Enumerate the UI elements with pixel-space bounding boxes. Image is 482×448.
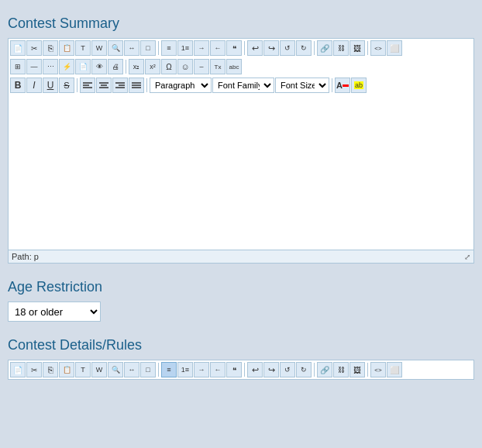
align-center-button[interactable]	[96, 78, 112, 93]
d-paste-text-button[interactable]: T	[75, 362, 91, 377]
redo-button[interactable]: ↪	[263, 40, 279, 56]
age-restriction-section: Age Restriction No Restriction 13 or old…	[8, 279, 474, 322]
blockquote-button[interactable]: ❝	[226, 40, 242, 56]
font-family-select[interactable]: Font Family Arial Times New Roman Courie…	[212, 78, 274, 93]
find-button[interactable]: 🔍	[108, 40, 123, 56]
d-ordered-list-button[interactable]: 1≡	[177, 362, 193, 377]
d-undo2-button[interactable]: ↺	[280, 362, 295, 377]
strikethrough-button[interactable]: S	[59, 78, 74, 93]
d-maximize-button[interactable]: ⬜	[387, 362, 402, 377]
d-toolbar-sep-1	[158, 363, 159, 377]
source-button[interactable]: <>	[370, 40, 386, 56]
age-restriction-title: Age Restriction	[8, 279, 474, 295]
contest-summary-title: Contest Summary	[8, 16, 474, 32]
d-replace-button[interactable]: ↔	[124, 362, 139, 377]
spellcheck-button[interactable]: abc	[226, 59, 242, 74]
contest-summary-editor: 📄 ✂ ⎘ 📋 T W 🔍 ↔ □ ≡ 1≡ → ← ❝ ↩ ↪ ↺ ↻ 🔗 ⛓…	[8, 38, 474, 264]
copy-button[interactable]: ⎘	[43, 40, 58, 56]
ordered-list-button[interactable]: 1≡	[177, 40, 193, 56]
link-button[interactable]: 🔗	[317, 40, 332, 56]
d-source-button[interactable]: <>	[370, 362, 386, 377]
cut-button[interactable]: ✂	[26, 40, 42, 56]
highlight-button[interactable]: ab	[351, 78, 367, 93]
removeformat-button[interactable]: Tx	[210, 59, 226, 74]
d-new-button[interactable]: 📄	[10, 362, 26, 377]
smiley-button[interactable]: ☺	[177, 59, 193, 74]
sub-button[interactable]: x₂	[129, 59, 144, 74]
font-size-select[interactable]: Font Size 8pt 10pt 12pt 14pt	[275, 78, 329, 93]
d-indent-button[interactable]: →	[194, 362, 209, 377]
d-image-button[interactable]: 🖼	[349, 362, 365, 377]
toolbar-sep-2	[244, 41, 245, 55]
hline-button[interactable]: —	[26, 59, 42, 74]
align-justify-button[interactable]	[129, 78, 144, 93]
d-blockquote-button[interactable]: ❝	[226, 362, 242, 377]
editor-footer: Path: p ⤢	[9, 250, 473, 263]
toolbar-sep-1	[158, 41, 159, 55]
undo-button[interactable]: ↩	[247, 40, 263, 56]
paste-button[interactable]: 📋	[59, 40, 74, 56]
select-all-button[interactable]: □	[140, 40, 156, 56]
d-outdent-button[interactable]: ←	[210, 362, 226, 377]
toolbar-row-3: B I U S Paragraph Heading 1 Heading 2	[9, 76, 473, 95]
replace-button[interactable]: ↔	[124, 40, 139, 56]
d-select-all-button[interactable]: □	[140, 362, 156, 377]
underline-button[interactable]: U	[43, 78, 58, 93]
d-unordered-list-button[interactable]: ≡	[161, 362, 177, 377]
image-button[interactable]: 🖼	[349, 40, 365, 56]
template-button[interactable]: 📄	[75, 59, 91, 74]
font-color-button[interactable]: A	[335, 78, 350, 93]
toolbar-row-1: 📄 ✂ ⎘ 📋 T W 🔍 ↔ □ ≡ 1≡ → ← ❝ ↩ ↪ ↺ ↻ 🔗 ⛓…	[9, 39, 473, 57]
align-right-button[interactable]	[112, 78, 128, 93]
d-link-button[interactable]: 🔗	[317, 362, 332, 377]
italic-button[interactable]: I	[26, 78, 42, 93]
d-redo2-button[interactable]: ↻	[296, 362, 312, 377]
editor-content-area[interactable]	[9, 95, 473, 250]
editor-path: Path: p	[12, 252, 39, 261]
resize-handle[interactable]: ⤢	[464, 253, 470, 261]
d-cut-button[interactable]: ✂	[26, 362, 42, 377]
toolbar-sep-5	[126, 60, 126, 74]
d-toolbar-sep-2	[244, 363, 245, 377]
contest-summary-section: Contest Summary 📄 ✂ ⎘ 📋 T W 🔍 ↔ □ ≡ 1≡ →…	[8, 16, 474, 264]
toolbar-sep-6	[77, 78, 77, 92]
paragraph-select[interactable]: Paragraph Heading 1 Heading 2 Heading 3	[150, 78, 212, 93]
outdent-button[interactable]: ←	[210, 40, 226, 56]
age-restriction-select[interactable]: No Restriction 13 or older 18 or older 2…	[8, 302, 101, 322]
unlink-button[interactable]: ⛓	[333, 40, 349, 56]
contest-details-title: Contest Details/Rules	[8, 337, 474, 353]
d-find-button[interactable]: 🔍	[108, 362, 123, 377]
sup-button[interactable]: x²	[145, 59, 160, 74]
d-paste-button[interactable]: 📋	[59, 362, 74, 377]
hr2-button[interactable]: –	[194, 59, 209, 74]
align-left-button[interactable]	[80, 78, 95, 93]
d-copy-button[interactable]: ⎘	[43, 362, 58, 377]
age-select-container: No Restriction 13 or older 18 or older 2…	[8, 302, 474, 322]
bold-button[interactable]: B	[10, 78, 26, 93]
unordered-list-button[interactable]: ≡	[161, 40, 177, 56]
preview-button[interactable]: 👁	[91, 59, 107, 74]
details-toolbar-row-1: 📄 ✂ ⎘ 📋 T W 🔍 ↔ □ ≡ 1≡ → ← ❝ ↩ ↪ ↺ ↻ 🔗 ⛓…	[9, 360, 473, 379]
pagebreak-button[interactable]: ⋯	[43, 59, 58, 74]
d-unlink-button[interactable]: ⛓	[333, 362, 349, 377]
toolbar-sep-8	[332, 78, 332, 92]
redo2-button[interactable]: ↻	[296, 40, 312, 56]
toolbar-row-2: ⊞ — ⋯ ⚡ 📄 👁 🖨 x₂ x² Ω ☺ – Tx abc	[9, 57, 473, 76]
d-redo-button[interactable]: ↪	[263, 362, 279, 377]
contest-details-editor: 📄 ✂ ⎘ 📋 T W 🔍 ↔ □ ≡ 1≡ → ← ❝ ↩ ↪ ↺ ↻ 🔗 ⛓…	[8, 360, 474, 380]
print-button[interactable]: 🖨	[108, 59, 123, 74]
maximize-button[interactable]: ⬜	[387, 40, 402, 56]
paste-word-button[interactable]: W	[91, 40, 107, 56]
paste-text-button[interactable]: T	[75, 40, 91, 56]
special-char-button[interactable]: Ω	[161, 59, 177, 74]
toolbar-sep-7	[146, 78, 147, 92]
d-paste-word-button[interactable]: W	[91, 362, 107, 377]
contest-details-section: Contest Details/Rules 📄 ✂ ⎘ 📋 T W 🔍 ↔ □ …	[8, 337, 474, 380]
toolbar-sep-4	[367, 41, 368, 55]
undo2-button[interactable]: ↺	[280, 40, 295, 56]
indent-button[interactable]: →	[194, 40, 209, 56]
d-undo-button[interactable]: ↩	[247, 362, 263, 377]
table-button[interactable]: ⊞	[10, 59, 26, 74]
flash-button[interactable]: ⚡	[59, 59, 74, 74]
new-button[interactable]: 📄	[10, 40, 26, 56]
